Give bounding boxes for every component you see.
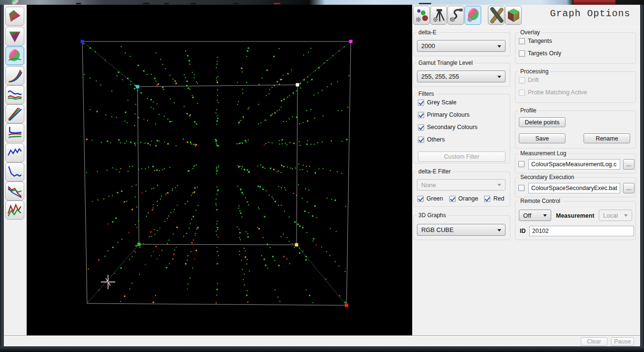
chevron-down-icon xyxy=(497,45,501,48)
menu-text-fragment xyxy=(76,3,81,4)
checkbox-box xyxy=(418,124,424,131)
group-label: 3D Graphs xyxy=(416,212,448,219)
measurement-log-path-input[interactable]: ColourSpaceMeasurementLog.c xyxy=(528,159,620,170)
green-corner xyxy=(138,243,141,246)
orange-checkbox[interactable]: Orange xyxy=(449,195,478,202)
connection-tool[interactable] xyxy=(447,6,464,25)
pause-button[interactable]: Pause xyxy=(611,337,634,346)
menu-text-fragment xyxy=(274,3,280,4)
chevron-down-icon xyxy=(497,229,501,231)
id-input[interactable]: 20102 xyxy=(529,226,634,236)
custom-filter-button[interactable]: Custom Filter xyxy=(418,151,505,162)
green-checkbox[interactable]: Green xyxy=(417,195,443,202)
checkbox-label: Others xyxy=(427,136,445,143)
drift-checkbox[interactable]: Drift xyxy=(519,77,587,83)
group-label: Secondary Execution xyxy=(518,174,576,181)
luminance-trend-graph[interactable] xyxy=(5,162,24,181)
measurement-log-browse-button[interactable]: ... xyxy=(623,159,634,170)
checkbox-box xyxy=(518,185,525,191)
toolbar-separator xyxy=(412,27,640,27)
window-frame-left xyxy=(0,5,4,346)
remote-mode-combo[interactable]: Off xyxy=(519,210,551,221)
secondary-execution-browse-button[interactable]: ... xyxy=(623,183,634,193)
checkbox-box xyxy=(519,38,525,44)
primary-colours-checkbox[interactable]: Primary Colours xyxy=(418,111,477,118)
graph-selector-sidebar xyxy=(4,5,27,335)
rgb-balance-graph[interactable] xyxy=(5,104,24,123)
grey-scale-checkbox[interactable]: Grey Scale xyxy=(418,99,477,106)
secondary-execution-checkbox[interactable] xyxy=(518,185,527,191)
cube-3d-tool[interactable] xyxy=(505,6,522,25)
magenta-corner xyxy=(349,40,353,43)
combo-value: RGB CUBE xyxy=(421,226,454,233)
combo-value: 2000 xyxy=(421,42,435,50)
others-checkbox[interactable]: Others xyxy=(418,136,477,143)
calibration-tools[interactable] xyxy=(488,6,505,25)
save-button[interactable]: Save xyxy=(519,133,565,143)
chevron-down-icon xyxy=(497,184,501,186)
menu-text-fragment xyxy=(143,3,149,4)
chevron-down-icon xyxy=(497,76,501,78)
checkbox-label: Targets Only xyxy=(528,50,561,57)
checkbox-label: Grey Scale xyxy=(427,99,456,106)
luminance-curves-graph[interactable] xyxy=(5,123,24,142)
group-label: Remote Control xyxy=(518,198,562,204)
gamut-triangle-combo[interactable]: 255, 255, 255 xyxy=(417,70,505,82)
blue-corner xyxy=(81,40,84,43)
window-titlebar[interactable] xyxy=(0,0,644,5)
red-checkbox[interactable]: Red xyxy=(484,195,504,202)
delete-points-button[interactable]: Delete points xyxy=(519,117,565,127)
probe-tripod-tool[interactable] xyxy=(430,6,447,25)
id-label: ID xyxy=(520,228,526,234)
measurement-label: Measurement xyxy=(556,212,594,219)
measurement-log-checkbox[interactable] xyxy=(518,161,527,167)
probe-matching-active-checkbox[interactable]: Probe Matching Active xyxy=(519,89,587,96)
application-window: Graph Options delta-E 2000 Gamut Triangl… xyxy=(0,0,644,352)
menu-text-fragment xyxy=(164,3,169,4)
checkbox-label: Primary Colours xyxy=(427,111,470,118)
targets-only-checkbox[interactable]: Targets Only xyxy=(519,50,561,57)
group-label: Gamut Triangle Level xyxy=(416,60,475,66)
checkbox-box xyxy=(449,196,456,202)
group-label: Overlay xyxy=(518,29,542,36)
checkbox-box xyxy=(418,100,424,106)
delta-e-trend-graph[interactable] xyxy=(5,143,24,162)
delta-e-history-graph[interactable] xyxy=(5,201,24,220)
overlay-checkbox-list: TangentsTargets Only xyxy=(519,38,561,57)
combo-value: Local xyxy=(603,212,618,219)
rename-button[interactable]: Rename xyxy=(584,133,630,143)
cie-1976-graph[interactable] xyxy=(5,27,24,46)
cie-1931-graph[interactable] xyxy=(5,7,24,26)
app-icon xyxy=(12,0,19,4)
chevron-down-icon xyxy=(543,214,547,217)
group-label: Profile xyxy=(518,107,538,114)
red-corner xyxy=(345,304,348,307)
checkbox-box xyxy=(484,196,490,202)
delta-e-combo[interactable]: 2000 xyxy=(417,40,505,52)
group-label: delta-E Filter xyxy=(416,168,453,175)
delta-e-filter-combo[interactable]: None xyxy=(417,179,505,191)
measure-points-tool[interactable] xyxy=(413,6,430,25)
rgb-error-curves-graph[interactable] xyxy=(5,85,24,104)
gamma-curves-graph[interactable] xyxy=(5,66,24,85)
secondary-execution-path-input[interactable]: ColourSpaceSecondaryExec.bat xyxy=(528,183,620,193)
checkbox-box xyxy=(417,196,424,202)
rgb-drift-graph[interactable] xyxy=(5,181,24,201)
rgb-cube-plot[interactable] xyxy=(27,5,412,335)
gamut-view-tool[interactable] xyxy=(465,6,481,25)
group-label: Measurement Log xyxy=(518,150,568,157)
close-button[interactable] xyxy=(574,0,615,5)
tangents-checkbox[interactable]: Tangents xyxy=(519,38,561,44)
menu-text-fragment xyxy=(190,3,196,4)
rgb-cube-3d-view[interactable] xyxy=(27,5,412,335)
group-label: delta-E xyxy=(416,29,438,36)
cyan-corner xyxy=(136,85,139,89)
checkbox-label: Secondary Colours xyxy=(427,124,477,131)
3d-graphs-combo[interactable]: RGB CUBE xyxy=(417,224,505,236)
clear-button[interactable]: Clear xyxy=(581,337,607,346)
filters-checkbox-list: Grey ScalePrimary ColoursSecondary Colou… xyxy=(418,99,477,143)
measurement-source-combo[interactable]: Local xyxy=(599,210,632,221)
secondary-colours-checkbox[interactable]: Secondary Colours xyxy=(418,124,477,131)
gamut-3d-graph[interactable] xyxy=(5,46,24,65)
checkbox-label: Probe Matching Active xyxy=(528,89,587,96)
